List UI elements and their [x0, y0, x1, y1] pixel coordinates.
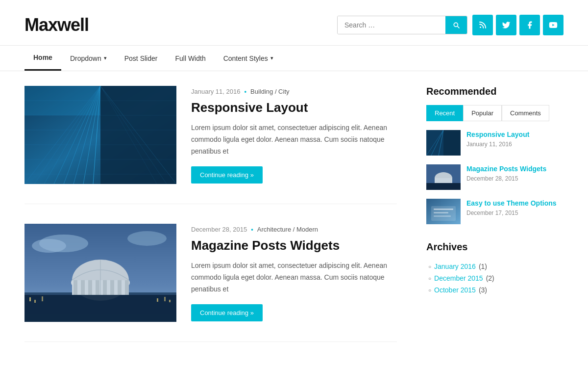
rec-item-3-title[interactable]: Easy to use Theme Options	[466, 199, 564, 208]
post-1-dot: •	[244, 88, 246, 95]
rec-item-2-thumb	[426, 164, 461, 190]
svg-rect-44	[125, 280, 129, 295]
rec-item-3-date: December 17, 2015	[466, 210, 564, 216]
twitter-icon	[502, 21, 511, 29]
post-2-date: December 28, 2015	[191, 226, 247, 233]
svg-rect-41	[103, 280, 107, 295]
rec-item-3-thumb	[426, 199, 461, 224]
svg-rect-39	[88, 280, 92, 295]
post-1-image-svg	[24, 86, 176, 184]
archive-item-0: January 2016 (1)	[426, 261, 564, 272]
recommended-tabs: Recent Popular Comments	[426, 105, 564, 121]
social-icons	[472, 15, 564, 35]
rec-item-2-title[interactable]: Magazine Posts Widgets	[466, 164, 564, 173]
rec-item-1-title[interactable]: Responsive Layout	[466, 130, 564, 139]
rec-item-2: Magazine Posts Widgets December 28, 2015	[426, 164, 564, 190]
archive-count-1: (2)	[486, 274, 494, 282]
svg-rect-50	[164, 297, 166, 301]
svg-rect-63	[434, 209, 453, 210]
nav-item-full-width[interactable]: Full Width	[166, 47, 214, 70]
svg-rect-56	[443, 130, 461, 156]
main-wrapper: January 11, 2016 • Building / City Respo…	[15, 71, 573, 368]
svg-rect-65	[434, 215, 451, 217]
post-1-category: Building / City	[250, 88, 289, 95]
archives-title: Archives	[426, 241, 564, 253]
svg-rect-51	[169, 300, 171, 302]
post-1-date: January 11, 2016	[191, 88, 240, 95]
post-2: December 28, 2015 • Architecture / Moder…	[24, 224, 397, 342]
nav-item-content-styles[interactable]: Content Styles ▾	[215, 47, 282, 70]
archive-link-0[interactable]: January 2016	[434, 263, 476, 270]
nav-item-dropdown[interactable]: Dropdown ▾	[61, 47, 116, 70]
svg-point-31	[127, 231, 167, 246]
rec-item-1-thumb	[426, 130, 461, 156]
main-content: January 11, 2016 • Building / City Respo…	[24, 86, 397, 362]
rec-item-2-date: December 28, 2015	[466, 175, 564, 182]
post-2-excerpt: Lorem ipsum dolor sit amet, consectetuer…	[191, 260, 397, 295]
post-2-image-svg	[24, 224, 176, 322]
tab-popular[interactable]: Popular	[463, 105, 502, 121]
archives-section: Archives January 2016 (1) December 2015 …	[426, 241, 564, 296]
post-2-meta: December 28, 2015 • Architecture / Moder…	[191, 226, 397, 233]
search-input[interactable]	[338, 16, 445, 34]
post-1-meta: January 11, 2016 • Building / City	[191, 88, 397, 95]
svg-rect-46	[29, 297, 31, 301]
recommended-section: Recommended Recent Popular Comments	[426, 86, 564, 224]
tab-comments[interactable]: Comments	[502, 105, 549, 121]
post-1: January 11, 2016 • Building / City Respo…	[24, 86, 397, 204]
search-button[interactable]	[445, 16, 467, 34]
nav-item-post-slider[interactable]: Post Slider	[116, 47, 167, 70]
svg-rect-47	[34, 300, 36, 303]
rss-icon-button[interactable]	[472, 15, 493, 35]
svg-rect-64	[434, 212, 448, 213]
header-right	[337, 15, 564, 35]
post-2-title: Magazine Posts Widgets	[191, 238, 397, 253]
svg-rect-42	[110, 280, 114, 295]
svg-rect-48	[42, 296, 43, 301]
facebook-icon	[525, 21, 534, 29]
sidebar: Recommended Recent Popular Comments	[426, 86, 564, 362]
archive-count-2: (3)	[479, 286, 487, 294]
recommended-title: Recommended	[426, 86, 564, 97]
twitter-icon-button[interactable]	[496, 15, 516, 35]
rec-thumb-3-svg	[426, 199, 461, 224]
rec-item-1-date: January 11, 2016	[466, 141, 564, 148]
svg-rect-60	[426, 183, 461, 190]
rss-icon	[478, 21, 487, 29]
facebook-icon-button[interactable]	[519, 15, 540, 35]
post-1-body: January 11, 2016 • Building / City Respo…	[191, 86, 397, 184]
archive-link-2[interactable]: October 2015	[434, 286, 476, 294]
site-title[interactable]: Maxwell	[24, 15, 89, 35]
post-2-dot: •	[251, 226, 253, 233]
tab-recent[interactable]: Recent	[426, 105, 463, 121]
svg-rect-27	[24, 86, 100, 115]
rec-item-1-info: Responsive Layout January 11, 2016	[466, 130, 564, 148]
post-2-body: December 28, 2015 • Architecture / Moder…	[191, 224, 397, 322]
post-1-continue-button[interactable]: Continue reading »	[191, 166, 263, 184]
svg-rect-59	[435, 178, 452, 183]
post-2-category: Architecture / Modern	[257, 226, 318, 233]
youtube-icon-button[interactable]	[543, 15, 564, 35]
svg-point-30	[32, 239, 66, 253]
main-nav: Home Dropdown ▾ Post Slider Full Width C…	[0, 45, 588, 71]
rec-thumb-2-svg	[426, 164, 461, 190]
chevron-down-icon: ▾	[104, 55, 107, 61]
archive-count-0: (1)	[479, 263, 487, 270]
search-box	[337, 16, 467, 34]
youtube-icon	[549, 21, 558, 29]
nav-item-home[interactable]: Home	[24, 46, 61, 71]
rec-item-2-info: Magazine Posts Widgets December 28, 2015	[466, 164, 564, 182]
svg-rect-38	[81, 280, 85, 295]
post-1-title: Responsive Layout	[191, 100, 397, 115]
post-1-image	[24, 86, 176, 184]
svg-rect-40	[96, 280, 99, 295]
post-2-continue-button[interactable]: Continue reading »	[191, 304, 263, 321]
rec-item-1: Responsive Layout January 11, 2016	[426, 130, 564, 156]
svg-rect-43	[118, 280, 122, 295]
site-header: Maxwell	[0, 0, 588, 45]
rec-thumb-1-svg	[426, 130, 461, 156]
archive-link-1[interactable]: December 2015	[434, 274, 483, 282]
rec-item-3: Easy to use Theme Options December 17, 2…	[426, 199, 564, 224]
search-icon	[452, 21, 460, 29]
chevron-down-icon-2: ▾	[270, 55, 273, 61]
